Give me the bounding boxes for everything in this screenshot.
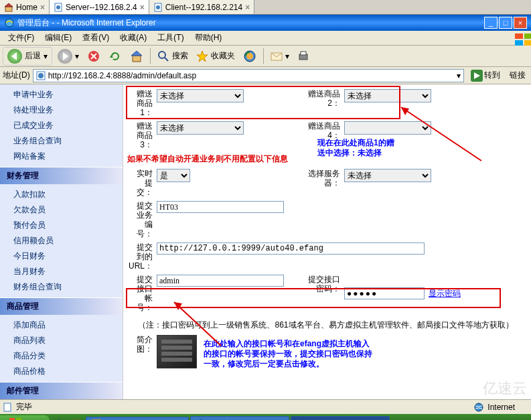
- window-titlebar: 管理后台 - - Microsoft Internet Explorer _ □…: [0, 15, 531, 31]
- favorites-button[interactable]: 收藏夹: [194, 49, 238, 64]
- home-button[interactable]: [127, 48, 146, 64]
- taskbar: 开始 SQL Server Enterpri... 虚拟主机管理系统 [... …: [0, 414, 531, 420]
- realtime-label: 实时 提 交：: [127, 169, 154, 197]
- sidebar-item[interactable]: 欠款会员: [0, 202, 123, 218]
- tab-home[interactable]: Home ×: [0, 0, 50, 14]
- bizcode-label: 提交 业务 编 号：: [127, 201, 154, 238]
- svg-rect-17: [133, 56, 141, 62]
- menu-bar: 文件(F) 编辑(E) 查看(V) 收藏(A) 工具(T) 帮助(H): [0, 31, 531, 46]
- sidebar-item[interactable]: 添加商品: [0, 318, 123, 333]
- page-icon: [54, 3, 63, 12]
- taskbar-task-sql[interactable]: SQL Server Enterpri...: [86, 417, 189, 420]
- taskbar-task-vhost[interactable]: 虚拟主机管理系统 [...: [190, 416, 290, 421]
- svg-point-28: [38, 73, 44, 78]
- sidebar-item[interactable]: 商品价格: [0, 364, 123, 379]
- dropdown-icon[interactable]: ▾: [457, 71, 461, 80]
- show-password-link[interactable]: 显示密码: [429, 288, 461, 299]
- sidebar-item[interactable]: 当月财务: [0, 264, 123, 279]
- sidebar-item[interactable]: 财务组合查询: [0, 279, 123, 295]
- forward-arrow-icon: [58, 49, 72, 64]
- address-label: 地址(D): [3, 70, 30, 81]
- gift1-select[interactable]: 未选择: [157, 89, 244, 102]
- sidebar-item[interactable]: 商品分类: [0, 348, 123, 364]
- back-button[interactable]: 后退 ▾: [3, 47, 52, 66]
- page-icon: [36, 71, 46, 80]
- go-label: 转到: [484, 70, 500, 81]
- menu-tools[interactable]: 工具(T): [152, 31, 189, 45]
- tab-server[interactable]: Server--192.168.2.4 ×: [50, 0, 149, 14]
- gift3-select[interactable]: 未选择: [157, 121, 244, 135]
- separator: [263, 48, 264, 64]
- menu-favorites[interactable]: 收藏(A): [115, 31, 152, 45]
- minimize-button[interactable]: _: [484, 17, 498, 29]
- sidebar-item[interactable]: 信用额会员: [0, 233, 123, 249]
- stop-button[interactable]: [84, 48, 103, 64]
- sidebar-item[interactable]: 商品列表: [0, 333, 123, 348]
- menu-edit[interactable]: 编辑(E): [40, 31, 77, 45]
- print-button[interactable]: [295, 49, 312, 64]
- gift4-select[interactable]: [344, 121, 431, 135]
- refresh-button[interactable]: [106, 48, 125, 64]
- warning-text: 如果不希望自动开通业务则不用配置以下信息: [127, 153, 288, 165]
- gift2-select[interactable]: 未选择: [344, 89, 431, 102]
- svg-marker-12: [63, 52, 68, 60]
- svg-rect-35: [4, 403, 11, 411]
- sidebar-group-finance[interactable]: 财务管理: [0, 167, 123, 184]
- svg-marker-18: [131, 51, 142, 56]
- sidebar-item[interactable]: 今日财务: [0, 249, 123, 264]
- intro-img-label: 简介 图：: [127, 335, 154, 368]
- links-label[interactable]: 链接: [507, 70, 528, 81]
- globe-icon: [474, 403, 483, 412]
- menu-view[interactable]: 查看(V): [77, 31, 115, 45]
- close-icon[interactable]: ×: [245, 3, 250, 12]
- submit-url-input[interactable]: [157, 242, 425, 255]
- sidebar-item[interactable]: 业务组合查询: [0, 133, 123, 149]
- svg-rect-26: [301, 52, 306, 55]
- taskbar-task-admin[interactable]: 管理后台 - - Micros...: [291, 416, 389, 421]
- svg-point-23: [246, 53, 253, 60]
- menu-file[interactable]: 文件(F): [3, 31, 40, 45]
- search-label: 搜索: [172, 50, 188, 62]
- menu-help[interactable]: 帮助(H): [189, 31, 228, 45]
- submit-url-label: 提交 到的 URL：: [127, 242, 154, 271]
- url-input[interactable]: http://192.168.2.4:8888/admin/default.as…: [33, 69, 464, 82]
- url-text: http://192.168.2.4:8888/admin/default.as…: [48, 71, 197, 80]
- sidebar-item[interactable]: 待处理业务: [0, 102, 123, 118]
- address-bar: 地址(D) http://192.168.2.4:8888/admin/defa…: [0, 67, 531, 84]
- bizcode-input[interactable]: [157, 201, 284, 213]
- gift2-label: 赠送商品 2：: [301, 89, 342, 117]
- api-account-input[interactable]: [157, 275, 284, 287]
- start-button[interactable]: 开始: [0, 415, 50, 420]
- back-label: 后退: [25, 50, 41, 62]
- mail-button[interactable]: ▾: [268, 50, 292, 63]
- svg-point-5: [156, 5, 160, 9]
- close-button[interactable]: ×: [514, 17, 527, 29]
- maximize-button[interactable]: □: [499, 17, 512, 29]
- sidebar-group-mail[interactable]: 邮件管理: [0, 382, 123, 399]
- api-password-input[interactable]: [344, 287, 425, 299]
- server-select[interactable]: 未选择: [344, 169, 431, 182]
- forward-button[interactable]: ▾: [55, 48, 82, 65]
- back-arrow-icon: [7, 49, 22, 64]
- tab-client[interactable]: Client--192.168.2.214 ×: [149, 0, 254, 14]
- realtime-select[interactable]: 是: [157, 169, 190, 182]
- close-icon[interactable]: ×: [40, 3, 45, 12]
- close-icon[interactable]: ×: [140, 3, 145, 12]
- go-button[interactable]: 转到: [467, 68, 504, 83]
- status-text: 完毕: [16, 401, 32, 413]
- sidebar-group-product[interactable]: 商品管理: [0, 297, 123, 315]
- dropdown-icon: ▾: [285, 52, 289, 61]
- sidebar-item[interactable]: 入款扣款: [0, 187, 123, 202]
- search-button[interactable]: 搜索: [155, 49, 191, 64]
- svg-rect-8: [524, 33, 531, 39]
- window-title: 管理后台 - - Microsoft Internet Explorer: [17, 17, 156, 29]
- svg-point-3: [56, 5, 60, 9]
- history-button[interactable]: [240, 48, 259, 64]
- home-icon: [4, 3, 13, 12]
- dropdown-icon: ▾: [44, 52, 48, 61]
- sidebar-item[interactable]: 已成交业务: [0, 118, 123, 133]
- sidebar-item[interactable]: 预付会员: [0, 218, 123, 233]
- sidebar-item[interactable]: 申请中业务: [0, 87, 123, 102]
- windows-logo-icon: [510, 32, 528, 44]
- sidebar-item[interactable]: 网站备案: [0, 149, 123, 164]
